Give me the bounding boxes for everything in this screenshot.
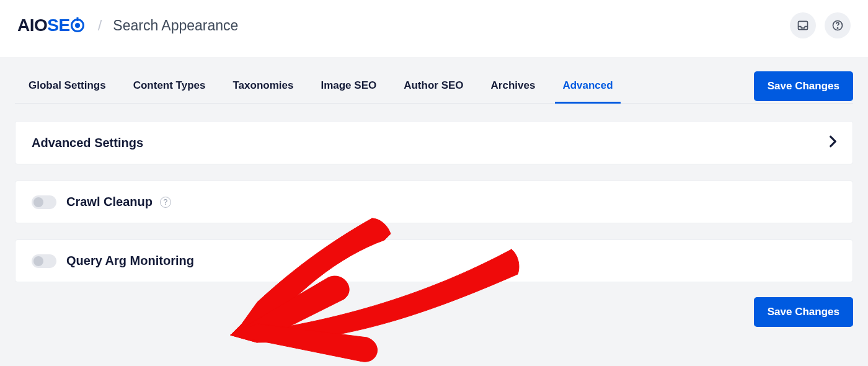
inbox-icon (797, 19, 809, 32)
header-icons (790, 12, 851, 38)
advanced-settings-panel[interactable]: Advanced Settings (15, 121, 853, 164)
help-icon[interactable]: ? (160, 197, 171, 208)
crawl-cleanup-toggle[interactable] (32, 195, 56, 209)
logo-part1: AIO (17, 16, 47, 35)
breadcrumb-separator: / (98, 17, 102, 34)
crawl-cleanup-title: Crawl Cleanup (66, 195, 153, 209)
tab-image-seo[interactable]: Image SEO (321, 69, 376, 103)
logo-part2: SE (47, 16, 84, 35)
app-header: AIOSE / Search Appearance (0, 0, 868, 57)
crawl-cleanup-panel: Crawl Cleanup ? (15, 181, 853, 223)
aioseo-logo[interactable]: AIOSE (17, 16, 84, 35)
main-content: Global Settings Content Types Taxonomies… (0, 57, 868, 366)
save-changes-button-bottom[interactable]: Save Changes (754, 297, 853, 327)
query-arg-monitoring-panel: Query Arg Monitoring (15, 239, 853, 282)
tab-content-types[interactable]: Content Types (133, 69, 206, 103)
tab-author-seo[interactable]: Author SEO (404, 69, 463, 103)
advanced-settings-title: Advanced Settings (32, 136, 143, 150)
query-arg-monitoring-title: Query Arg Monitoring (66, 254, 194, 268)
header-left: AIOSE / Search Appearance (17, 16, 238, 35)
footer-actions: Save Changes (15, 282, 853, 327)
help-button[interactable] (825, 12, 851, 38)
bullseye-icon (71, 19, 84, 32)
chevron-right-icon (829, 135, 836, 150)
notifications-button[interactable] (790, 12, 816, 38)
tabs-row: Global Settings Content Types Taxonomies… (15, 57, 853, 104)
tab-global-settings[interactable]: Global Settings (29, 69, 106, 103)
tabs: Global Settings Content Types Taxonomies… (15, 69, 613, 103)
tab-archives[interactable]: Archives (491, 69, 536, 103)
query-arg-monitoring-toggle[interactable] (32, 254, 56, 268)
tab-taxonomies[interactable]: Taxonomies (233, 69, 294, 103)
svg-point-2 (837, 28, 838, 29)
save-changes-button-top[interactable]: Save Changes (754, 71, 853, 101)
page-title: Search Appearance (113, 17, 238, 34)
tab-advanced[interactable]: Advanced (562, 69, 613, 103)
question-icon (831, 19, 844, 32)
